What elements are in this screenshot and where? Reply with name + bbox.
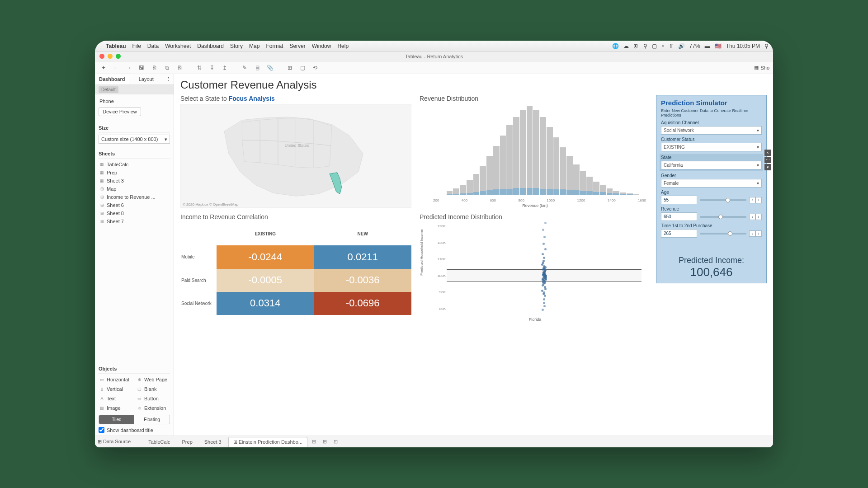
bluetooth-icon[interactable]: ᚼ [661, 43, 665, 49]
forward-button[interactable]: → [124, 63, 134, 72]
sheet-item[interactable]: ▦Sheet 3 [99, 177, 170, 185]
panel-dropdown-icon[interactable]: ▾ [764, 164, 771, 170]
revenue-slider[interactable] [700, 216, 746, 218]
clock[interactable]: Thu 10:05 PM [726, 43, 760, 49]
sheet-item[interactable]: ⊞Sheet 8 [99, 209, 170, 217]
tableau-logo-icon[interactable]: ✦ [99, 63, 108, 72]
sidebar-tab-more-icon[interactable]: ⋮ [163, 74, 174, 84]
refresh-button[interactable]: ⟲ [310, 63, 320, 72]
age-slider[interactable] [700, 199, 746, 201]
panel-options-icon[interactable]: ⋯ [764, 157, 771, 163]
highlight-button[interactable]: ✎ [240, 63, 250, 72]
data-source-tab[interactable]: ⊞ Data Source [98, 439, 131, 445]
globe-icon[interactable]: 🌐 [612, 43, 619, 49]
menu-file[interactable]: File [132, 43, 141, 49]
object-button[interactable]: ▭Button [136, 394, 170, 403]
age-decrement[interactable]: ‹ [749, 197, 755, 203]
wifi-icon[interactable]: ⥣ [669, 43, 674, 49]
revenue-increment[interactable]: › [755, 214, 762, 220]
close-window-button[interactable] [99, 54, 104, 59]
new-story-icon[interactable]: ⊡ [331, 438, 340, 446]
sheet-tab[interactable]: Sheet 3 [199, 437, 226, 446]
device-preview-button[interactable]: Device Preview [99, 107, 141, 116]
device-default[interactable]: Default [99, 86, 118, 93]
flag-icon[interactable]: 🇺🇸 [715, 43, 722, 49]
sidebar-tab-layout[interactable]: Layout [129, 74, 164, 84]
state-select[interactable]: California▾ [661, 161, 762, 169]
object-extension[interactable]: ⎋Extension [136, 404, 170, 412]
show-title-checkbox[interactable]: Show dashboard title [99, 427, 170, 433]
time-decrement[interactable]: ‹ [749, 230, 755, 237]
show-me-button[interactable]: ▦Sho [754, 65, 769, 70]
sheet-item[interactable]: ⊞Sheet 7 [99, 217, 170, 225]
sort-desc-button[interactable]: ↥ [220, 63, 230, 72]
volume-icon[interactable]: 🔊 [678, 43, 685, 49]
menu-window[interactable]: Window [312, 43, 331, 49]
group-button[interactable]: ⌸ [252, 63, 262, 72]
menu-help[interactable]: Help [337, 43, 349, 49]
menu-server[interactable]: Server [289, 43, 305, 49]
layout-tiled-toggle[interactable]: Tiled [99, 415, 134, 424]
new-data-button[interactable]: ⎘ [149, 63, 159, 72]
duplicate-button[interactable]: ⎘ [175, 63, 184, 72]
sheet-item[interactable]: ▦Prep [99, 169, 170, 177]
revenue-decrement[interactable]: ‹ [749, 214, 755, 220]
search-sys-icon[interactable]: ⚲ [643, 43, 647, 49]
menu-story[interactable]: Story [230, 43, 243, 49]
back-button[interactable]: ← [111, 63, 121, 72]
age-input[interactable]: 55 [661, 196, 697, 204]
layout-floating-toggle[interactable]: Floating [134, 415, 170, 424]
minimize-window-button[interactable] [108, 54, 113, 59]
save-button[interactable]: 🖫 [137, 63, 146, 72]
dashboard-title: Customer Revenue Analysis [180, 79, 767, 91]
attach-button[interactable]: 📎 [265, 63, 275, 72]
menu-map[interactable]: Map [249, 43, 259, 49]
sheet-item[interactable]: ⊞Income to Revenue ... [99, 193, 170, 201]
income-scatter[interactable]: Predicted Household Income 130K 120K 110… [420, 222, 651, 322]
new-worksheet-icon[interactable]: ⊞ [309, 438, 318, 446]
revenue-histogram[interactable]: 200 400 600 800 1000 1200 1400 1600 Reve… [420, 104, 651, 208]
sheet-item[interactable]: ▦TableCalc [99, 160, 170, 169]
sheet-item[interactable]: ⊞Sheet 6 [99, 201, 170, 209]
revenue-input[interactable]: 650 [661, 212, 697, 221]
object-text[interactable]: AText [99, 394, 132, 403]
time-slider[interactable] [700, 233, 746, 235]
display-icon[interactable]: ▢ [652, 43, 657, 49]
object-horizontal[interactable]: ▭Horizontal [99, 375, 132, 384]
menu-format[interactable]: Format [266, 43, 283, 49]
size-select[interactable]: Custom size (1400 x 800) ▾ [99, 135, 170, 144]
shield-icon[interactable]: ⛨ [633, 43, 639, 49]
time-increment[interactable]: › [755, 230, 762, 237]
menu-data[interactable]: Data [147, 43, 159, 49]
correlation-heatmap[interactable]: EXISTINGNEWMobile-0.02440.0211Paid Searc… [180, 222, 411, 315]
present-button[interactable]: ▢ [297, 63, 307, 72]
device-phone[interactable]: Phone [99, 97, 170, 105]
sheet-tab[interactable]: TableCalc [143, 437, 175, 446]
sheet-item[interactable]: ⊞Map [99, 185, 170, 193]
swap-button[interactable]: ⇅ [194, 63, 204, 72]
menu-dashboard[interactable]: Dashboard [197, 43, 224, 49]
zoom-window-button[interactable] [116, 54, 121, 59]
spotlight-icon[interactable]: ⚲ [764, 43, 769, 49]
object-blank[interactable]: ▢Blank [136, 385, 170, 393]
object-webpage[interactable]: ⊕Web Page [136, 375, 170, 384]
sheet-tab-active[interactable]: ⊞ Einstein Prediction Dashbo... [228, 437, 307, 447]
us-map[interactable]: United States © 2020 Mapbox © OpenStreet… [180, 104, 411, 208]
new-sheet-button[interactable]: ⧉ [162, 63, 172, 72]
sheet-tab[interactable]: Prep [177, 437, 198, 446]
age-increment[interactable]: › [755, 197, 762, 203]
acquisition-channel-select[interactable]: Social Network▾ [661, 126, 762, 135]
customer-status-select[interactable]: EXISTING▾ [661, 143, 762, 151]
object-image[interactable]: ▨Image [99, 404, 132, 412]
object-vertical[interactable]: ▯Vertical [99, 385, 132, 393]
new-dashboard-icon[interactable]: ⊞ [320, 438, 329, 446]
fit-button[interactable]: ⊞ [285, 63, 295, 72]
app-name[interactable]: Tableau [106, 43, 126, 49]
menu-worksheet[interactable]: Worksheet [165, 43, 191, 49]
panel-close-icon[interactable]: × [764, 150, 771, 156]
sidebar-tab-dashboard[interactable]: Dashboard [95, 74, 129, 84]
sort-asc-button[interactable]: ↧ [207, 63, 217, 72]
time-input[interactable]: 265 [661, 229, 697, 238]
gender-select[interactable]: Female▾ [661, 179, 762, 188]
cloud-icon[interactable]: ☁ [623, 43, 629, 49]
